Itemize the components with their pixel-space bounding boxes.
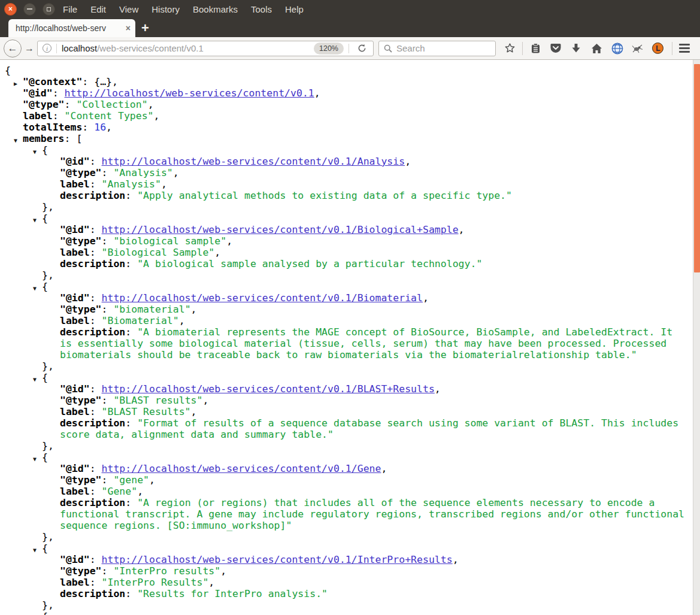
json-punctuation: , (149, 474, 155, 486)
zoom-level-badge[interactable]: 120% (314, 43, 344, 54)
json-row: }, (0, 440, 687, 452)
json-string-value: "Analysis" (113, 167, 172, 178)
extension-icon[interactable] (630, 41, 646, 56)
tab-title-fade (108, 23, 122, 33)
back-arrow-icon: ← (8, 43, 18, 54)
json-key: "@type" (60, 565, 102, 577)
json-row: "@type": "biomaterial", (0, 304, 687, 315)
navigation-toolbar: ← → i localhost/web-services/content/v0.… (0, 37, 700, 60)
scrollbar[interactable] (693, 60, 700, 615)
json-punctuation: { (42, 281, 48, 292)
tab-title: http://localhost/web-serv (16, 23, 122, 33)
window-maximize-icon[interactable] (43, 3, 55, 16)
menu-item-edit[interactable]: Edit (90, 4, 106, 14)
json-punctuation: : (53, 87, 65, 99)
window-controls: × (0, 3, 63, 16)
json-link[interactable]: http://localhost/web-services/content/v0… (102, 383, 435, 395)
new-tab-button[interactable]: + (141, 23, 149, 34)
json-string-value: "biomaterial" (113, 304, 190, 315)
site-info-icon[interactable]: i (43, 44, 51, 53)
home-icon[interactable] (589, 41, 605, 56)
json-punctuation: , (179, 315, 185, 326)
menu-item-tools[interactable]: Tools (251, 4, 272, 14)
menu-hamburger-icon[interactable] (672, 41, 696, 56)
json-punctuation: }, (42, 360, 54, 372)
bookmark-star-icon[interactable] (502, 41, 517, 56)
json-punctuation: , (435, 383, 441, 395)
json-punctuation: : (90, 406, 102, 417)
json-number-value: 16 (94, 122, 106, 133)
json-row: }, (0, 599, 687, 611)
json-punctuation: : (102, 304, 114, 315)
globe-icon[interactable] (610, 41, 625, 56)
search-bar[interactable] (378, 41, 496, 56)
json-row: "@id": http://localhost/web-services/con… (0, 292, 687, 304)
json-punctuation: { (42, 611, 48, 615)
json-punctuation: { (42, 213, 48, 224)
tab-close-icon[interactable]: × (126, 24, 131, 32)
json-punctuation: : (102, 565, 114, 577)
json-punctuation: , (191, 304, 197, 315)
json-punctuation: : (90, 554, 102, 565)
scrollbar-thumb[interactable] (694, 64, 700, 272)
json-row: "@id": http://localhost/web-services/con… (0, 156, 687, 167)
window-minimize-icon[interactable] (23, 3, 36, 16)
json-key: label (60, 577, 90, 588)
search-input[interactable] (396, 43, 480, 53)
json-row: { (0, 65, 687, 76)
json-punctuation: , (453, 554, 459, 565)
json-punctuation: : (125, 588, 137, 599)
json-link[interactable]: http://localhost/web-services/content/v0… (65, 87, 314, 99)
json-key: "@type" (23, 99, 65, 110)
json-string-value: "Biological Sample" (102, 247, 215, 258)
json-punctuation: , (173, 167, 179, 178)
json-punctuation: }, (42, 269, 54, 281)
json-punctuation: , (214, 247, 220, 258)
json-string-value: "Analysis" (102, 178, 161, 190)
menu-bar: FileEditViewHistoryBookmarksToolsHelp (63, 4, 304, 14)
json-string-value: "Format of results of a sequence databas… (60, 417, 678, 440)
pocket-icon[interactable] (548, 41, 563, 56)
back-button[interactable]: ← (4, 40, 22, 57)
json-string-value: "Apply analytical methods to existing da… (137, 190, 512, 201)
json-row: "@type": "gene", (0, 474, 687, 486)
menu-item-help[interactable]: Help (285, 4, 304, 14)
menu-item-file[interactable]: File (63, 4, 77, 14)
json-punctuation: , (220, 565, 226, 577)
clipboard-icon[interactable] (528, 41, 543, 56)
json-punctuation: { (42, 144, 48, 156)
window-close-icon[interactable]: × (4, 3, 17, 16)
forward-button[interactable]: → (22, 43, 37, 54)
json-key: label (60, 486, 90, 497)
menu-item-bookmarks[interactable]: Bookmarks (193, 4, 238, 14)
json-string-value: "gene" (113, 474, 149, 486)
json-link[interactable]: http://localhost/web-services/content/v0… (102, 463, 381, 474)
json-string-value: "InterPro Results" (102, 577, 209, 588)
json-string-value: "A biomaterial represents the MAGE conce… (60, 326, 672, 360)
json-punctuation: }, (42, 201, 54, 213)
json-link[interactable]: http://localhost/web-services/content/v0… (102, 554, 453, 565)
json-punctuation: { (42, 543, 48, 554)
json-punctuation: }, (42, 440, 54, 452)
json-row: label: "Biological Sample", (0, 247, 687, 258)
json-punctuation: { (42, 452, 48, 463)
page-content: {▶"@context": {…},"@id": http://localhos… (0, 60, 700, 615)
json-link[interactable]: http://localhost/web-services/content/v0… (102, 224, 459, 235)
json-punctuation: , (208, 577, 214, 588)
download-icon[interactable] (568, 41, 584, 56)
json-link[interactable]: http://localhost/web-services/content/v0… (102, 292, 423, 304)
menu-item-view[interactable]: View (119, 4, 138, 14)
json-row: label: "Gene", (0, 486, 687, 497)
collapse-arrow-icon[interactable]: ▼ (33, 613, 37, 615)
lastpass-extension-icon[interactable]: L (650, 41, 666, 56)
json-key: "@type" (60, 167, 102, 178)
browser-tab[interactable]: http://localhost/web-serv × (8, 19, 135, 37)
json-row: "@type": "BLAST results", (0, 395, 687, 406)
json-row: }, (0, 201, 687, 213)
url-bar[interactable]: i localhost/web-services/content/v0.1 12… (37, 41, 374, 56)
reload-icon[interactable] (354, 41, 369, 56)
menu-item-history[interactable]: History (151, 4, 180, 14)
json-link[interactable]: http://localhost/web-services/content/v0… (102, 156, 405, 167)
url-text[interactable]: localhost/web-services/content/v0.1 (62, 43, 314, 53)
json-row: label: "BLAST Results", (0, 406, 687, 417)
